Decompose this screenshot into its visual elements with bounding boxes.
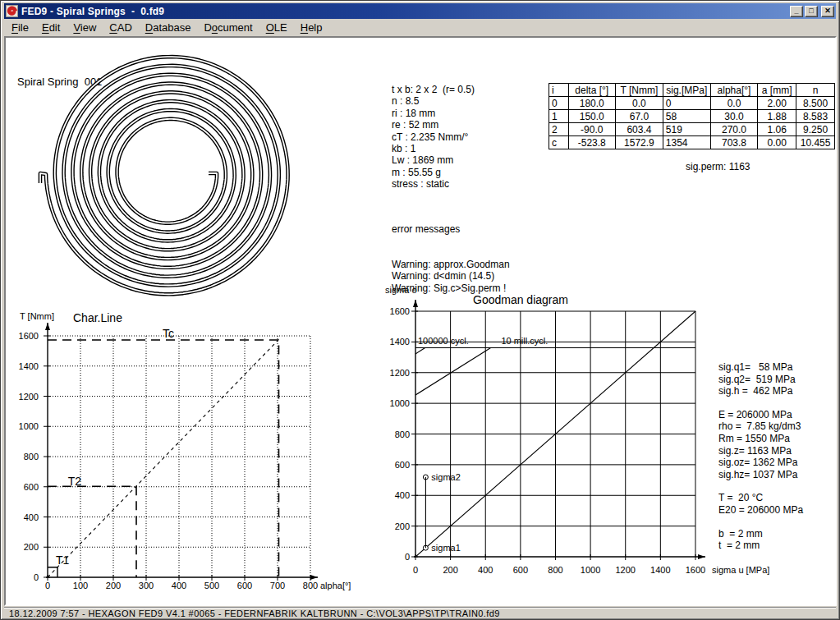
results-cell: 1.06 <box>758 123 796 136</box>
results-cell: c <box>549 136 569 149</box>
parameter-line: m : 55.55 g <box>392 167 475 178</box>
results-col-header: alpha[°] <box>710 84 758 97</box>
menu-item-view[interactable]: View <box>67 21 103 34</box>
results-cell: 0.00 <box>758 136 796 149</box>
menu-bar: FileEditViewCADDatabaseDocumentOLEHelp <box>5 20 835 35</box>
results-cell: 0 <box>663 97 710 110</box>
stat-line: sig.oz= 1362 MPa <box>718 457 803 469</box>
menu-item-document[interactable]: Document <box>197 21 259 34</box>
parameter-line: Lw : 1869 mm <box>392 154 475 166</box>
results-row: 1150.067.05830.01.888.583 <box>549 110 835 123</box>
results-col-header: n <box>796 84 835 97</box>
menu-item-cad[interactable]: CAD <box>103 21 138 34</box>
stat-line: E20 = 206000 MPa <box>718 504 803 517</box>
menu-item-ole[interactable]: OLE <box>259 21 294 34</box>
error-messages-title: error messages <box>392 223 510 235</box>
results-col-header: T [Nmm] <box>616 84 663 97</box>
minimize-button[interactable]: _ <box>790 6 803 17</box>
app-window: FED9 - Spiral Springs - 0.fd9 _ □ ✕ File… <box>0 0 840 620</box>
results-cell: 180.0 <box>568 97 616 110</box>
results-cell: -90.0 <box>568 123 616 136</box>
results-cell: -523.8 <box>568 136 616 149</box>
results-cell: 8.583 <box>796 110 835 123</box>
results-cell: 1572.9 <box>616 136 663 149</box>
results-cell: 2.00 <box>758 97 796 110</box>
menu-item-database[interactable]: Database <box>139 21 198 34</box>
warning-line: Warning: Sig.c>Sig.perm ! <box>392 282 510 294</box>
results-cell: 30.0 <box>710 110 758 123</box>
results-cell: 0 <box>549 97 569 110</box>
results-cell: 0.0 <box>710 97 758 110</box>
drawing-title: Spiral Spring 001 <box>17 76 102 88</box>
warning-line: Warning: d<dmin (14.5) <box>392 270 510 282</box>
stats-group: sig.q1= 58 MPasig.q2= 519 MPasig.h = 462… <box>718 361 803 397</box>
window-title: FED9 - Spiral Springs - 0.fd9 <box>21 6 164 17</box>
close-button[interactable]: ✕ <box>821 6 834 17</box>
results-row: 2-90.0603.4519270.01.069.250 <box>549 123 835 136</box>
warning-line: Warning: approx.Goodman <box>392 259 510 270</box>
results-cell: 703.8 <box>710 136 758 149</box>
stat-line: sig.z= 1163 MPa <box>718 445 803 457</box>
window-controls: _ □ ✕ <box>790 6 834 17</box>
app-icon <box>6 5 18 17</box>
results-cell: 270.0 <box>710 123 758 136</box>
results-cell: 150.0 <box>568 110 616 123</box>
results-cell: 2 <box>549 123 569 136</box>
stat-line: b = 2 mm <box>718 528 803 540</box>
results-row: c-523.81572.91354703.80.0010.455 <box>549 136 835 149</box>
parameter-line: cT : 2.235 Nmm/° <box>392 131 475 143</box>
stat-line: sig.hz= 1037 MPa <box>718 469 803 481</box>
menu-item-help[interactable]: Help <box>294 21 329 34</box>
maximize-button[interactable]: □ <box>805 6 818 17</box>
parameter-line: kb : 1 <box>392 143 475 154</box>
results-col-header: a [mm] <box>758 84 796 97</box>
results-cell: 9.250 <box>796 123 835 136</box>
results-cell: 10.455 <box>796 136 835 149</box>
spiral-logo-icon <box>7 6 17 16</box>
menu-item-edit[interactable]: Edit <box>35 21 67 34</box>
results-col-header: sig.[MPa] <box>663 84 710 97</box>
status-text: 18.12.2009 7:57 - HEXAGON FED9 V4.1 #006… <box>9 609 500 618</box>
stats-group: b = 2 mmt = 2 mm <box>718 528 803 552</box>
title-bar: FED9 - Spiral Springs - 0.fd9 _ □ ✕ <box>4 3 836 19</box>
results-cell: 0.0 <box>616 97 663 110</box>
results-cell: 603.4 <box>616 123 663 136</box>
spring-parameters: t x b: 2 x 2 (r= 0.5)n : 8.5ri : 18 mmre… <box>392 84 475 191</box>
client-area: Spiral Spring 001 t x b: 2 x 2 (r= 0.5)n… <box>4 36 837 606</box>
stat-line: sig.h = 462 MPa <box>718 385 803 397</box>
parameter-line: t x b: 2 x 2 (r= 0.5) <box>392 84 475 95</box>
stat-line: t = 2 mm <box>718 540 803 552</box>
material-stats: sig.q1= 58 MPasig.q2= 519 MPasig.h = 462… <box>718 361 803 563</box>
stat-line: sig.q2= 519 MPa <box>718 374 803 386</box>
stat-line: Rm = 1550 MPa <box>718 433 803 445</box>
parameter-line: stress : static <box>392 178 475 190</box>
stat-line: T = 20 °C <box>718 492 803 504</box>
parameter-line: n : 8.5 <box>392 95 475 107</box>
results-cell: 8.500 <box>796 97 835 110</box>
results-cell: 1.88 <box>758 110 796 123</box>
menu-item-file[interactable]: File <box>5 21 35 34</box>
results-table-header: idelta [°]T [Nmm]sig.[MPa]alpha[°]a [mm]… <box>549 84 835 97</box>
parameter-line: ri : 18 mm <box>392 108 475 119</box>
status-bar: 18.12.2009 7:57 - HEXAGON FED9 V4.1 #006… <box>4 607 836 618</box>
stat-line: sig.q1= 58 MPa <box>718 361 803 374</box>
sig-perm-value: sig.perm: 1163 <box>686 161 750 172</box>
stats-group: E = 206000 MParho = 7.85 kg/dm3Rm = 1550… <box>718 409 803 481</box>
stats-group: T = 20 °CE20 = 206000 MPa <box>718 492 803 516</box>
error-messages: error messages Warning: approx.GoodmanWa… <box>392 200 510 318</box>
results-table: idelta [°]T [Nmm]sig.[MPa]alpha[°]a [mm]… <box>549 83 835 149</box>
results-cell: 1354 <box>663 136 710 149</box>
results-col-header: delta [°] <box>568 84 616 97</box>
results-col-header: i <box>549 84 569 97</box>
stat-line: E = 206000 MPa <box>718 409 803 421</box>
results-cell: 67.0 <box>616 110 663 123</box>
results-cell: 1 <box>549 110 569 123</box>
results-cell: 58 <box>663 110 710 123</box>
parameter-line: re : 52 mm <box>392 119 475 131</box>
results-cell: 519 <box>663 123 710 136</box>
results-row: 0180.00.000.02.008.500 <box>549 97 835 110</box>
stat-line: rho = 7.85 kg/dm3 <box>718 420 803 433</box>
